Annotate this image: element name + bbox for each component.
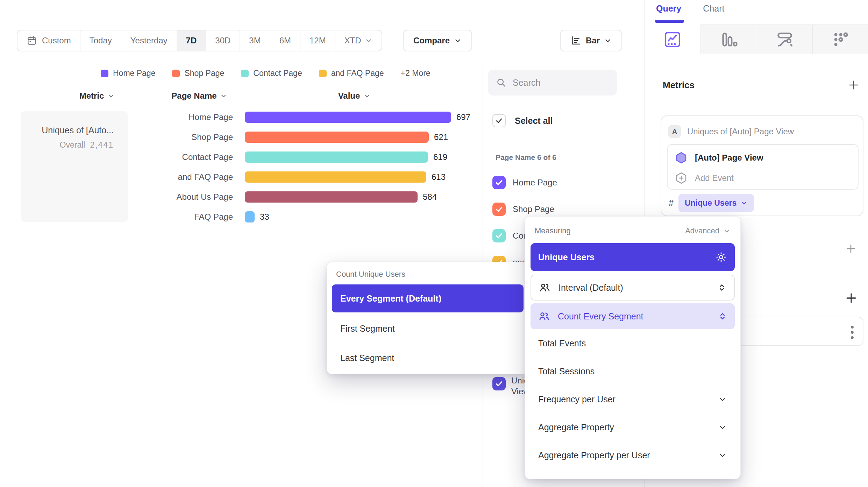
bar[interactable] (245, 171, 426, 183)
search-input[interactable] (513, 78, 604, 88)
legend-more-label[interactable]: +2 More (401, 69, 431, 78)
filter-checkbox[interactable] (492, 176, 506, 189)
date-range-button[interactable]: 12M (300, 30, 335, 51)
metric-column-header[interactable]: Metric (79, 91, 115, 101)
divider (488, 137, 617, 137)
metric-header-label: Metric (79, 91, 104, 101)
add-event-icon (675, 171, 688, 185)
filter-checkbox[interactable] (492, 203, 506, 216)
legend-items: Home Page Shop Page Contact Page and FAQ… (101, 69, 384, 78)
event-block: [Auto] Page View Add Event (667, 144, 859, 190)
menu-item-label: Total Events (538, 338, 586, 348)
menu-item[interactable]: Total Sessions (531, 357, 735, 385)
menu-item[interactable]: Frequency per User (531, 385, 735, 413)
filter-checkbox[interactable] (492, 229, 506, 242)
date-range-button[interactable]: Yesterday (121, 30, 177, 51)
menu-item[interactable]: Count Every Segment (531, 303, 735, 329)
stepper-icon (717, 283, 726, 292)
chevron-down-icon (365, 37, 372, 44)
checkmark-icon (495, 231, 504, 240)
bar[interactable] (245, 191, 418, 203)
menu-item[interactable]: Every Segment (Default) (332, 284, 524, 312)
chevron-down-icon (741, 199, 748, 206)
tab-chart[interactable]: Chart (703, 3, 724, 14)
metric-card: A Uniques of [Auto] Page View [Auto] Pag… (661, 115, 863, 216)
menu-item[interactable]: First Segment (332, 314, 524, 343)
add-metric-button[interactable] (848, 79, 860, 91)
row-page-name: FAQ Page (0, 212, 233, 222)
chevron-down-icon (220, 92, 227, 99)
menu-item[interactable]: Total Events (531, 329, 735, 357)
tab-retention[interactable] (812, 24, 868, 54)
add-event-row[interactable]: Add Event (675, 171, 734, 185)
date-range-custom-button[interactable]: Custom (17, 30, 80, 51)
row-value: 619 (433, 152, 447, 162)
add-breakdown-button[interactable] (845, 292, 858, 304)
funnels-icon (719, 30, 739, 49)
active-tab-underline (655, 20, 684, 23)
event-hexagon-icon (675, 151, 688, 164)
stepper-icon (718, 312, 727, 321)
legend-swatch (172, 70, 180, 77)
compare-button[interactable]: Compare (403, 30, 472, 51)
people-icon (538, 310, 550, 322)
chevron-down-icon (107, 92, 114, 99)
select-all-checkbox-row[interactable]: Select all (492, 114, 553, 127)
menu-item-label: Total Sessions (538, 366, 595, 376)
chevron-down-icon (718, 423, 727, 432)
measuring-options: Unique Users (531, 243, 735, 469)
calendar-icon (27, 35, 37, 46)
panel-tabs: Query Chart (656, 3, 724, 14)
tab-funnels[interactable] (701, 24, 757, 54)
legend-label: and FAQ Page (331, 69, 384, 78)
select-all-checkbox[interactable] (492, 114, 506, 127)
search-icon (496, 77, 506, 88)
tab-query[interactable]: Query (656, 3, 681, 14)
measuring-title: Measuring (535, 226, 571, 235)
value-column-header[interactable]: Value (338, 91, 371, 101)
chevron-down-icon (454, 37, 462, 44)
add-filter-button[interactable] (845, 243, 856, 254)
retention-icon (831, 30, 851, 49)
legend-swatch (101, 70, 108, 77)
legend-item: Contact Page (241, 69, 302, 78)
bar[interactable] (245, 112, 451, 123)
filter-checkbox[interactable] (492, 377, 506, 390)
bar[interactable] (245, 132, 429, 143)
date-range-button[interactable]: 30D (206, 30, 240, 51)
menu-item-label: Frequency per User (538, 394, 616, 404)
bar[interactable] (245, 151, 428, 163)
date-range-button[interactable]: 6M (270, 30, 300, 51)
measurement-chip-label: Unique Users (685, 198, 737, 208)
chart-type-label: Bar (586, 36, 600, 45)
date-range-button[interactable]: Today (80, 30, 121, 51)
list-item[interactable]: Home Page (492, 169, 569, 196)
date-range-xtd-button[interactable]: XTD (335, 30, 382, 51)
tab-insights[interactable] (645, 24, 701, 54)
date-range-button[interactable]: 3M (240, 30, 270, 51)
measurement-chip[interactable]: Unique Users (678, 194, 754, 212)
menu-item[interactable]: Interval (Default) (531, 275, 735, 301)
page-name-column-header[interactable]: Page Name (171, 91, 227, 101)
menu-item[interactable]: Aggregate Property per User (531, 441, 735, 469)
menu-item[interactable]: Last Segment (332, 343, 524, 373)
advanced-toggle[interactable]: Advanced (685, 226, 731, 235)
chart-type-button[interactable]: Bar (560, 30, 622, 51)
advanced-label: Advanced (685, 226, 719, 235)
table-row: Shop Page 621 (0, 127, 483, 147)
metric-card-title: Uniques of [Auto] Page View (687, 127, 794, 136)
row-value: 584 (423, 192, 437, 202)
date-range-custom-label: Custom (42, 36, 71, 45)
flows-icon (775, 30, 795, 49)
legend-item: and FAQ Page (319, 69, 384, 78)
gear-icon (715, 251, 727, 263)
date-range-button[interactable]: 7D (177, 30, 206, 51)
menu-item-label: Interval (Default) (558, 283, 623, 293)
menu-item[interactable]: Unique Users (531, 243, 735, 271)
menu-item[interactable]: Aggregate Property (531, 413, 735, 441)
tab-flows[interactable] (757, 24, 813, 54)
bar[interactable] (245, 211, 255, 223)
event-row[interactable]: [Auto] Page View (675, 151, 763, 164)
kebab-menu-icon[interactable] (850, 325, 854, 340)
legend-label: Home Page (113, 69, 155, 78)
